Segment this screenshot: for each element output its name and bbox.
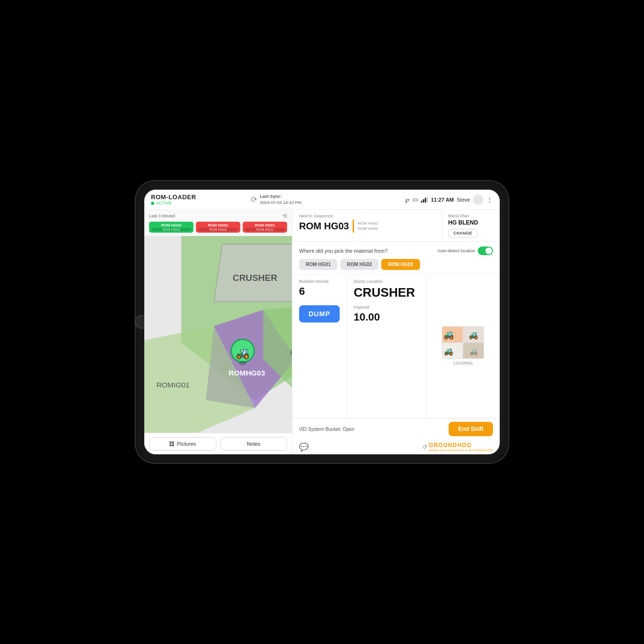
- loader-svg: 🚜 🚜 🚜 🚜: [442, 326, 484, 359]
- current-time: 11:27 AM: [431, 197, 454, 203]
- header-right: ℘ ▭ 11:27 AM Steve ⋮: [405, 194, 493, 205]
- logo-text: GROUNDHOG: [429, 442, 493, 449]
- moved-item-2[interactable]: ROM HG02 ROM HG02: [196, 222, 240, 233]
- bottom-buttons: 🖼 Pictures Notes: [144, 433, 292, 454]
- svg-text:🚜: 🚜: [444, 347, 453, 356]
- moved-item-3-bottom: ROM HG01: [245, 228, 285, 231]
- tablet-device: ROM-LOADER ACTIVE ⟳ Last Sync: 2024-07-0…: [136, 181, 508, 463]
- svg-text:🚜: 🚜: [236, 346, 250, 360]
- location-btn-1[interactable]: ROM HG01: [299, 259, 337, 270]
- moved-item-1-top: ROM HG03: [151, 223, 191, 227]
- sync-icon[interactable]: ⟳: [251, 195, 257, 204]
- buckets-value: 6: [299, 285, 340, 298]
- signal-icon: [421, 197, 428, 203]
- blend-label: Blend Plan: [448, 214, 494, 218]
- dump-button[interactable]: DUMP: [299, 305, 340, 322]
- moved-items: ROM HG03 ROM HG03 ROM HG02 ROM HG02 ROM …: [149, 222, 287, 233]
- left-panel: Last 3 Moved ⟲ ROM HG03 ROM HG03 ROM HG0…: [144, 210, 292, 454]
- svg-text:🚜: 🚜: [469, 331, 478, 340]
- user-name: Steve: [457, 197, 470, 203]
- sequence-label: Next in Sequence: [299, 214, 435, 218]
- sequence-divider: [353, 219, 354, 233]
- logo-sub: MINE DIGITIZATION & AUTOMATION: [429, 449, 493, 452]
- footer: 💬 ↺ GROUNDHOG MINE DIGITIZATION & AUTOMA…: [292, 440, 500, 454]
- location-section: Where did you pick the material from? Au…: [292, 242, 500, 274]
- location-question: Where did you pick the material from?: [299, 248, 387, 254]
- auto-detect-label: Auto-detect location: [437, 248, 475, 253]
- right-panel: Next in Sequence ROM HG03 ROM HG01 ROM H…: [292, 210, 500, 454]
- seq-small-2: ROM HG02: [358, 226, 378, 231]
- notes-button[interactable]: Notes: [220, 437, 288, 451]
- bottom-bar: VEI System Bucket: Open End Shift: [292, 418, 500, 440]
- moved-item-3[interactable]: ROM HG01 ROM HG01: [243, 222, 287, 233]
- location-header: Where did you pick the material from? Au…: [299, 247, 493, 255]
- dump-location-label: Dump Location: [354, 279, 419, 284]
- map-svg: CRUSHER ROM ROMIG01 ROMHG02 ROMHG03 🚜: [144, 236, 292, 433]
- moved-item-2-bottom: ROM HG02: [198, 228, 238, 231]
- sequence-value: ROM HG03: [299, 221, 349, 232]
- moved-item-2-top: ROM HG02: [198, 223, 238, 227]
- blend-section: Blend Plan HG BLEND CHANGE: [442, 210, 500, 241]
- moved-item-3-top: ROM HG01: [245, 223, 285, 227]
- auto-detect-toggle[interactable]: [478, 247, 493, 255]
- history-icon[interactable]: ⟲: [282, 213, 287, 219]
- app-header: ROM-LOADER ACTIVE ⟳ Last Sync: 2024-07-0…: [144, 190, 500, 210]
- blend-value: HG BLEND: [448, 219, 494, 226]
- loading-label: LOADING: [453, 361, 473, 365]
- location-btn-3[interactable]: ROM HG03: [381, 259, 419, 270]
- top-info-row: Next in Sequence ROM HG03 ROM HG01 ROM H…: [292, 210, 500, 242]
- crusher-label: CRUSHER: [233, 273, 278, 283]
- buckets-block: Buckets Moved 6 DUMP: [292, 274, 347, 418]
- last-moved-bar: Last 3 Moved ⟲ ROM HG03 ROM HG03 ROM HG0…: [144, 210, 292, 236]
- romhg03-label: ROMHG03: [228, 369, 265, 377]
- status-label: ACTIVE: [156, 201, 172, 205]
- last-moved-header: Last 3 Moved ⟲: [149, 213, 287, 219]
- map-area[interactable]: CRUSHER ROM ROMIG01 ROMHG02 ROMHG03 🚜: [144, 236, 292, 433]
- change-button[interactable]: CHANGE: [448, 229, 477, 237]
- tablet-screen: ROM-LOADER ACTIVE ⟳ Last Sync: 2024-07-0…: [144, 190, 500, 454]
- avatar: [473, 194, 483, 205]
- sequence-section: Next in Sequence ROM HG03 ROM HG01 ROM H…: [292, 210, 442, 241]
- svg-text:🚜: 🚜: [470, 348, 478, 356]
- dump-location-value: CRUSHER: [354, 285, 419, 300]
- sync-text: Last Sync: 2024-07-03 14:43 PM: [260, 193, 301, 205]
- pictures-icon: 🖼: [169, 441, 174, 447]
- status-badge: ACTIVE: [151, 201, 196, 205]
- active-dot-icon: [151, 202, 154, 205]
- auto-detect: Auto-detect location: [437, 247, 493, 255]
- romhg02-label: ROMHG02: [290, 348, 292, 356]
- moved-item-1-bottom: ROM HG03: [151, 228, 191, 231]
- groundhog-logo: ↺ GROUNDHOG MINE DIGITIZATION & AUTOMATI…: [422, 442, 493, 452]
- romig01-label: ROMIG01: [156, 381, 189, 389]
- seq-small-1: ROM HG01: [358, 221, 378, 225]
- more-icon[interactable]: ⋮: [486, 196, 493, 204]
- payload-value: 10.00: [354, 311, 419, 323]
- sync-area: ⟳ Last Sync: 2024-07-03 14:43 PM: [251, 193, 301, 205]
- refresh-icon[interactable]: ↺: [422, 444, 427, 451]
- svg-point-7: [238, 361, 247, 365]
- svg-text:🚜: 🚜: [443, 330, 454, 340]
- app-title: ROM-LOADER: [151, 193, 196, 201]
- sequence-main: ROM HG03 ROM HG01 ROM HG02: [299, 219, 435, 233]
- sequence-small-items: ROM HG01 ROM HG02: [358, 221, 378, 231]
- payload-label: Payload: [354, 305, 419, 310]
- location-btn-2[interactable]: ROM HG02: [340, 259, 378, 270]
- buckets-label: Buckets Moved: [299, 279, 340, 284]
- last-moved-label: Last 3 Moved: [149, 214, 175, 218]
- loader-image-block: 🚜 🚜 🚜 🚜 LOADING: [427, 274, 500, 418]
- dump-location-block: Dump Location CRUSHER Payload 10.00: [347, 274, 426, 418]
- bluetooth-icon: ℘: [405, 196, 409, 203]
- chat-icon[interactable]: 💬: [299, 442, 309, 451]
- stats-section: Buckets Moved 6 DUMP Dump Location CRUSH…: [292, 274, 500, 418]
- vei-text: VEI System Bucket: Open: [299, 427, 354, 432]
- pictures-button[interactable]: 🖼 Pictures: [149, 437, 216, 451]
- end-shift-button[interactable]: End Shift: [449, 422, 493, 436]
- main-content: Last 3 Moved ⟲ ROM HG03 ROM HG03 ROM HG0…: [144, 210, 500, 454]
- moved-item-1[interactable]: ROM HG03 ROM HG03: [149, 222, 193, 233]
- battery-icon: ▭: [412, 196, 418, 203]
- app-branding: ROM-LOADER ACTIVE: [151, 193, 196, 205]
- location-buttons: ROM HG01 ROM HG02 ROM HG03: [299, 259, 493, 270]
